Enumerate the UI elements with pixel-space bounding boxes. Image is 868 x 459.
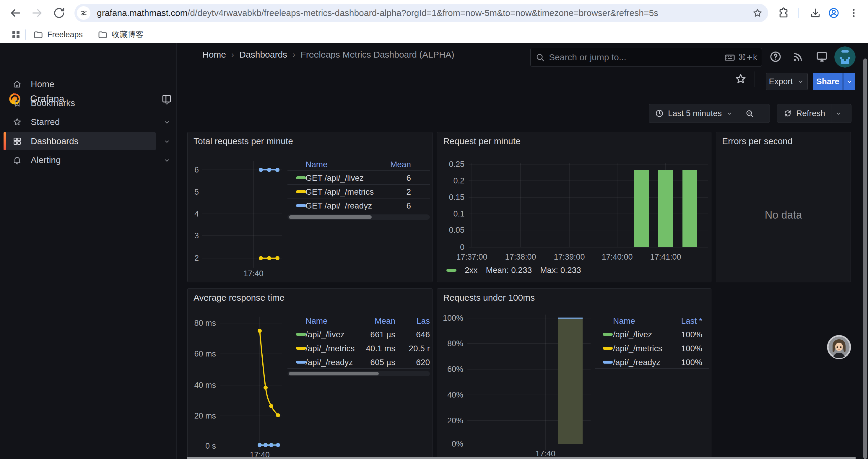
bookmark-star-icon[interactable] [752, 8, 763, 18]
series-name[interactable]: GET /api/_/readyz [306, 201, 372, 210]
svg-text:17:40:00: 17:40:00 [601, 253, 632, 261]
legend-header: NameMean [287, 157, 430, 170]
forward-icon[interactable] [31, 6, 44, 20]
legend-row: /api/_/metrics40.1 ms20.5 r [287, 341, 430, 355]
share-button[interactable]: Share [813, 73, 843, 90]
series-name[interactable]: GET /api/_/livez [306, 173, 364, 183]
legend-scrollbar[interactable] [287, 371, 430, 376]
legend-scrollbar[interactable] [287, 215, 430, 220]
search-box[interactable]: ⌘+k [530, 48, 762, 67]
star-icon [12, 117, 22, 127]
series-color-pill [296, 333, 306, 336]
browser-toolbar: grafana.mathmast.com/d/deytv4rwavabkb/fr… [0, 0, 868, 26]
svg-text:100%: 100% [443, 314, 463, 323]
panel-requests-under-100ms: Requests under 100ms100%80%60%40%20%0%17… [437, 288, 711, 459]
series-name[interactable]: /api/_/livez [613, 330, 652, 339]
series-mean: 40.1 ms [366, 344, 395, 353]
refresh-interval-button[interactable] [831, 104, 845, 123]
refresh-button[interactable]: Refresh [777, 104, 831, 123]
legend-table: NameMeanLas/api/_/livez661 µs646/api/_/m… [287, 314, 430, 376]
legend-scrollbar-thumb[interactable] [289, 372, 379, 375]
legend-column-header: Mean [390, 160, 411, 169]
sidebar-item-alerting[interactable]: Alerting [0, 151, 177, 169]
chevron-down-icon[interactable] [163, 138, 171, 145]
sidebar-item-starred[interactable]: Starred [0, 113, 177, 131]
series-color-pill [603, 333, 613, 336]
chevron-down-icon[interactable] [163, 157, 171, 164]
page-scrollbar[interactable] [863, 59, 867, 459]
monitor-icon[interactable] [815, 50, 829, 63]
export-label: Export [769, 77, 793, 86]
series-name[interactable]: /api/_/livez [306, 330, 344, 339]
help-icon[interactable] [769, 50, 782, 63]
breadcrumb-item[interactable]: Dashboards [239, 50, 287, 60]
svg-text:17:41:00: 17:41:00 [650, 253, 681, 261]
legend-scrollbar-thumb[interactable] [289, 215, 372, 219]
svg-text:0.1: 0.1 [453, 209, 464, 218]
chevron-down-icon [835, 110, 842, 117]
panel-title[interactable]: Errors per second [722, 136, 793, 146]
chevron-down-icon[interactable] [163, 119, 171, 126]
apps-grid-icon[interactable] [11, 29, 21, 40]
zoom-out-button[interactable] [739, 104, 760, 123]
browser-menu-icon[interactable] [848, 7, 859, 19]
share-menu-button[interactable] [843, 73, 855, 90]
site-settings-icon[interactable] [77, 6, 90, 20]
bookmark-folder[interactable]: Freeleaps [33, 26, 83, 43]
series-name[interactable]: /api/_/readyz [613, 358, 660, 367]
search-icon [535, 53, 545, 62]
bell-icon [12, 155, 22, 165]
assistant-avatar[interactable] [827, 335, 851, 359]
sidebar-item-home[interactable]: Home [0, 75, 177, 93]
legend-column-header: Mean [375, 316, 395, 326]
back-icon[interactable] [9, 6, 22, 20]
series-name[interactable]: /api/_/readyz [306, 358, 353, 367]
address-bar[interactable]: grafana.mathmast.com/d/deytv4rwavabkb/fr… [74, 4, 768, 22]
svg-text:80%: 80% [447, 339, 463, 348]
legend-row: /api/_/livez100% [595, 327, 709, 341]
export-button[interactable]: Export [766, 73, 808, 90]
legend-row: /api/_/metrics100% [595, 341, 709, 355]
news-rss-icon[interactable] [792, 50, 805, 63]
sidebar-brand-row: Grafana [0, 43, 177, 68]
legend-name[interactable]: 2xx [465, 266, 478, 275]
breadcrumb-separator: › [231, 50, 234, 59]
chevron-down-icon [797, 78, 804, 85]
chevron-down-icon[interactable] [163, 100, 171, 107]
series-mean: 661 µs [370, 330, 395, 339]
dash-grid-icon [12, 136, 22, 146]
legend-header: NameLast * [595, 314, 709, 327]
sidebar-item-bookmarks[interactable]: Bookmarks [0, 94, 177, 112]
url-domain: grafana.mathmast.com [97, 8, 188, 18]
favorite-dashboard-icon[interactable] [735, 73, 747, 85]
clock-icon [655, 109, 664, 118]
series-mean: 6 [406, 201, 411, 210]
series-name[interactable]: /api/_/metrics [613, 344, 662, 353]
reload-icon[interactable] [53, 6, 66, 20]
horizontal-scrollbar[interactable] [187, 457, 856, 459]
breadcrumb-separator: › [292, 50, 295, 59]
svg-text:17:39:00: 17:39:00 [554, 253, 585, 261]
time-range-picker[interactable]: Last 5 minutes [649, 104, 739, 123]
search-input[interactable] [549, 48, 667, 66]
breadcrumb-item[interactable]: Home [203, 50, 226, 60]
legend-mean: Mean: 0.233 [486, 266, 532, 275]
svg-text:0.2: 0.2 [453, 176, 464, 185]
series-color-pill [296, 190, 306, 193]
bookmark-folder[interactable]: 收藏博客 [97, 26, 144, 43]
panel-total-requests-per-minute: Total requests per minute6543217:40NameM… [187, 132, 433, 282]
legend-max: Max: 0.233 [540, 266, 581, 275]
user-avatar[interactable] [834, 46, 856, 68]
series-name[interactable]: GET /api/_/metrics [306, 187, 374, 197]
series-mean: 605 µs [370, 358, 395, 367]
series-last: 100% [681, 344, 702, 353]
series-name[interactable]: /api/_/metrics [306, 344, 355, 353]
legend-row: /api/_/readyz605 µs620 [287, 355, 430, 369]
series-color-pill [603, 347, 613, 350]
sidebar-item-dashboards[interactable]: Dashboards [0, 132, 177, 150]
profile-icon[interactable] [828, 7, 840, 19]
downloads-icon[interactable] [809, 7, 821, 19]
extensions-icon[interactable] [778, 7, 789, 19]
legend-row: GET /api/_/readyz6 [287, 198, 430, 212]
url-path: /d/deytv4rwavabkb/freeleaps-metrics-dash… [188, 8, 658, 18]
